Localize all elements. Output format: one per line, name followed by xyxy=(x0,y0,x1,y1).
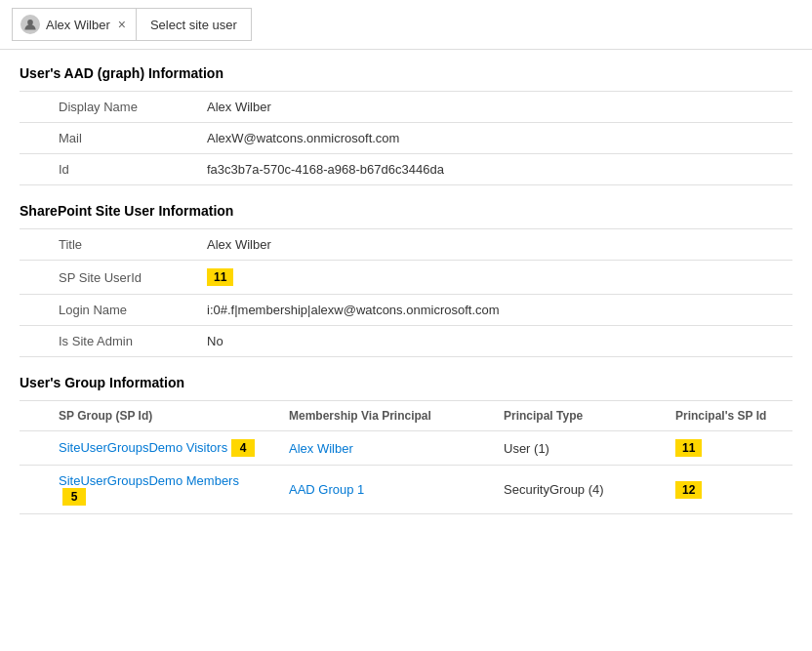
user-name: Alex Wilber xyxy=(46,18,110,32)
aad-id-label: Id xyxy=(20,154,195,185)
col-header-principal-sp-id: Principal's SP Id xyxy=(664,401,792,431)
group-row1-membership: Alex Wilber xyxy=(277,431,492,466)
group-row1-sp-group-badge: 4 xyxy=(231,439,255,457)
sp-login-name-label: Login Name xyxy=(20,295,195,326)
group-row2-sp-group-link[interactable]: SiteUserGroupsDemo Members xyxy=(59,473,239,488)
table-row: Id fa3c3b7a-570c-4168-a968-b67d6c3446da xyxy=(20,154,792,185)
table-row: SiteUserGroupsDemo Visitors4 Alex Wilber… xyxy=(20,431,792,466)
group-row2-membership-link[interactable]: AAD Group 1 xyxy=(289,482,364,497)
group-row2-sp-group: SiteUserGroupsDemo Members5 xyxy=(20,466,277,514)
aad-mail-label: Mail xyxy=(20,123,195,154)
user-avatar-icon xyxy=(20,15,40,34)
group-info-table: SP Group (SP Id) Membership Via Principa… xyxy=(20,400,792,514)
table-row: Mail AlexW@watcons.onmicrosoft.com xyxy=(20,123,792,154)
group-row2-principal-sp-id: 12 xyxy=(664,466,792,514)
user-chip: Alex Wilber × xyxy=(12,8,136,41)
group-row1-sp-group: SiteUserGroupsDemo Visitors4 xyxy=(20,431,277,466)
group-row2-sp-group-badge: 5 xyxy=(62,488,86,506)
sp-is-admin-value: No xyxy=(195,326,792,357)
aad-display-name-label: Display Name xyxy=(20,92,195,123)
table-row: SP Site UserId 11 xyxy=(20,261,792,295)
table-row: Display Name Alex Wilber xyxy=(20,92,792,123)
group-row1-membership-link[interactable]: Alex Wilber xyxy=(289,441,353,456)
group-row1-principal-sp-id: 11 xyxy=(664,431,792,466)
sharepoint-section-heading: SharePoint Site User Information xyxy=(20,203,792,219)
col-header-principal-type: Principal Type xyxy=(492,401,664,431)
group-section-heading: User's Group Information xyxy=(20,375,792,390)
aad-info-table: Display Name Alex Wilber Mail AlexW@watc… xyxy=(20,91,792,185)
sp-user-id-label: SP Site UserId xyxy=(20,261,195,295)
table-row: Login Name i:0#.f|membership|alexw@watco… xyxy=(20,295,792,326)
group-row1-sp-id-badge: 11 xyxy=(675,439,702,457)
table-row: Is Site Admin No xyxy=(20,326,792,357)
aad-id-value: fa3c3b7a-570c-4168-a968-b67d6c3446da xyxy=(195,154,792,185)
sp-login-name-value: i:0#.f|membership|alexw@watcons.onmicros… xyxy=(195,295,792,326)
sp-title-value: Alex Wilber xyxy=(195,229,792,261)
svg-point-0 xyxy=(27,20,33,25)
col-header-membership: Membership Via Principal xyxy=(277,401,492,431)
group-row2-principal-type: SecurityGroup (4) xyxy=(492,466,664,514)
aad-mail-value: AlexW@watcons.onmicrosoft.com xyxy=(195,123,792,154)
top-bar: Alex Wilber × Select site user xyxy=(0,0,812,50)
sharepoint-info-table: Title Alex Wilber SP Site UserId 11 Logi… xyxy=(20,228,792,357)
group-row1-sp-group-link[interactable]: SiteUserGroupsDemo Visitors xyxy=(59,440,227,455)
table-row: Title Alex Wilber xyxy=(20,229,792,261)
sp-title-label: Title xyxy=(20,229,195,261)
content-area: User's AAD (graph) Information Display N… xyxy=(0,50,812,530)
table-row: SiteUserGroupsDemo Members5 AAD Group 1 … xyxy=(20,466,792,514)
select-site-user-button[interactable]: Select site user xyxy=(136,8,252,41)
sp-is-admin-label: Is Site Admin xyxy=(20,326,195,357)
aad-section-heading: User's AAD (graph) Information xyxy=(20,65,792,81)
group-row2-membership: AAD Group 1 xyxy=(277,466,492,514)
aad-display-name-value: Alex Wilber xyxy=(195,92,792,123)
group-table-header-row: SP Group (SP Id) Membership Via Principa… xyxy=(20,401,792,431)
group-row2-sp-id-badge: 12 xyxy=(675,481,702,499)
col-header-sp-group: SP Group (SP Id) xyxy=(20,401,277,431)
sp-user-id-badge: 11 xyxy=(207,268,233,286)
group-row1-principal-type: User (1) xyxy=(492,431,664,466)
sp-user-id-value: 11 xyxy=(195,261,792,295)
close-user-button[interactable]: × xyxy=(116,18,128,31)
